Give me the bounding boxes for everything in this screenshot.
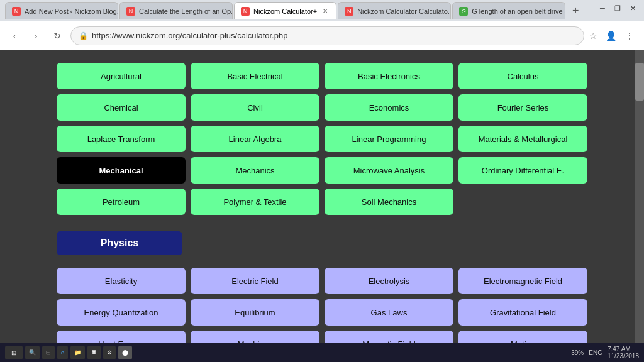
chemical-button[interactable]: Chemical [57, 94, 186, 121]
close-button[interactable]: ✕ [628, 3, 638, 13]
address-box[interactable]: 🔒 https://www.nickzom.org/calculator-plu… [70, 26, 584, 45]
tab-3[interactable]: N Nickzom Calculator+ ✕ [234, 2, 336, 19]
restore-button[interactable]: ❐ [613, 3, 623, 13]
magnetic-field-button[interactable]: Magnetic Field [325, 331, 453, 343]
economics-button[interactable]: Economics [325, 94, 453, 121]
address-bar-row: ‹ › ↻ 🔒 https://www.nickzom.org/calculat… [0, 21, 644, 50]
menu-icon[interactable]: ⋮ [621, 28, 638, 44]
soil-mechanics-button[interactable]: Soil Mechanics [325, 189, 453, 215]
search-taskbar-button[interactable]: 🔍 [25, 346, 40, 359]
basic-electronics-button[interactable]: Basic Electronics [325, 63, 453, 89]
tab-4[interactable]: N Nickzom Calculator Calculato... ✕ [338, 2, 451, 19]
user-icon[interactable]: 👤 [602, 28, 619, 44]
empty-slot-1 [458, 189, 587, 215]
gravitational-field-button[interactable]: Gravitational Field [458, 299, 587, 326]
back-button[interactable]: ‹ [6, 28, 23, 44]
ordinary-differential-button[interactable]: Ordinary Differential E. [458, 157, 587, 184]
taskbar: ⊞ 🔍 ⊟ e 📁 🖩 ⚙ ⬤ 39% ENG 7:47 AM 11/23/20… [0, 343, 644, 362]
fourier-series-button[interactable]: Fourier Series [458, 94, 587, 121]
polymer-textile-button[interactable]: Polymer & Textile [191, 189, 319, 215]
tab-2-label: Calculate the Length of an Op... [139, 8, 233, 15]
tab-1-icon: N [12, 7, 21, 16]
tab-5-icon: G [459, 7, 468, 16]
energy-quantization-button[interactable]: Energy Quantization [57, 299, 186, 326]
file-explorer-button[interactable]: 📁 [70, 346, 85, 359]
forward-button[interactable]: › [28, 28, 44, 44]
battery-percent: 39% [571, 349, 584, 356]
tab-1[interactable]: N Add New Post ‹ Nickzom Blog... ✕ [5, 2, 118, 19]
settings-taskbar-button[interactable]: ⚙ [103, 346, 116, 359]
chrome-taskbar-button[interactable]: ⬤ [118, 346, 132, 359]
civil-button[interactable]: Civil [191, 94, 319, 121]
date: 11/23/2018 [608, 353, 639, 359]
physics-label: Physics [101, 238, 138, 248]
mechanical-grid: Agricultural Basic Electrical Basic Elec… [57, 57, 587, 221]
clock: 7:47 AM 11/23/2018 [608, 346, 639, 359]
basic-electrical-button[interactable]: Basic Electrical [191, 63, 319, 89]
heat-energy-button[interactable]: Heat Energy [57, 331, 186, 343]
mechanical-section: Agricultural Basic Electrical Basic Elec… [57, 57, 587, 221]
tab-3-close[interactable]: ✕ [321, 7, 330, 16]
browser-actions: 👤 ⋮ [602, 28, 638, 44]
tab-2-icon: N [126, 7, 135, 16]
tab-5[interactable]: G G length of an open belt drive -... ✕ [452, 2, 565, 19]
language-indicator: ENG [589, 349, 602, 356]
window-controls: ─ ❐ ✕ [597, 3, 638, 13]
bookmark-icon[interactable]: ☆ [589, 31, 597, 41]
linear-programming-button[interactable]: Linear Programming [325, 126, 453, 152]
tab-3-label: Nickzom Calculator+ [253, 8, 317, 15]
agricultural-button[interactable]: Agricultural [57, 63, 186, 89]
task-view-button[interactable]: ⊟ [42, 346, 55, 359]
tab-4-label: Nickzom Calculator Calculato... [357, 8, 451, 15]
edge-icon: e [61, 349, 64, 356]
tab-4-icon: N [345, 7, 353, 16]
machines-button[interactable]: Machines [191, 331, 319, 343]
materials-metallurgical-button[interactable]: Materials & Metallurgical [458, 126, 587, 152]
calculator-taskbar-button[interactable]: 🖩 [87, 346, 101, 359]
tab-bar: N Add New Post ‹ Nickzom Blog... ✕ N Cal… [0, 0, 644, 21]
equilibrium-button[interactable]: Equilibrium [191, 299, 319, 326]
start-button[interactable]: ⊞ [5, 346, 23, 359]
reload-button[interactable]: ↻ [49, 28, 65, 44]
tab-1-label: Add New Post ‹ Nickzom Blog... [25, 8, 118, 15]
minimize-button[interactable]: ─ [597, 3, 608, 13]
scrollbar[interactable] [635, 50, 644, 343]
laplace-transform-button[interactable]: Laplace Transform [57, 126, 186, 152]
microwave-analysis-button[interactable]: Microwave Analysis [325, 157, 453, 184]
gas-laws-button[interactable]: Gas Laws [325, 299, 453, 326]
chrome-icon: ⬤ [122, 349, 128, 356]
physics-header: Physics [57, 231, 182, 255]
edge-taskbar-button[interactable]: e [57, 346, 68, 359]
petroleum-button[interactable]: Petroleum [57, 189, 186, 215]
physics-grid: Elasticity Electric Field Electrolysis E… [57, 261, 587, 343]
mechanical-button[interactable]: Mechanical [57, 157, 186, 184]
new-tab-button[interactable]: + [567, 2, 584, 19]
time: 7:47 AM [608, 346, 639, 353]
motion-button[interactable]: Motion [458, 331, 587, 343]
elasticity-button[interactable]: Elasticity [57, 268, 186, 294]
tab-3-icon: N [241, 7, 250, 16]
taskbar-right: 39% ENG 7:47 AM 11/23/2018 [571, 346, 639, 359]
linear-algebra-button[interactable]: Linear Algebra [191, 126, 319, 152]
tab-5-label: G length of an open belt drive -... [472, 8, 565, 15]
electromagnetic-field-button[interactable]: Electromagnetic Field [458, 268, 587, 294]
address-text: https://www.nickzom.org/calculator-plus/… [92, 31, 287, 40]
physics-section: Physics Elasticity Electric Field Electr… [57, 231, 587, 343]
scrollbar-thumb[interactable] [635, 63, 644, 101]
tab-2[interactable]: N Calculate the Length of an Op... ✕ [119, 2, 233, 19]
lock-icon: 🔒 [79, 31, 88, 40]
electrolysis-button[interactable]: Electrolysis [325, 268, 453, 294]
calculus-button[interactable]: Calculus [458, 63, 587, 89]
content-area: Agricultural Basic Electrical Basic Elec… [0, 50, 644, 343]
mechanics-button[interactable]: Mechanics [191, 157, 319, 184]
search-taskbar-icon: 🔍 [29, 349, 36, 356]
browser-chrome: N Add New Post ‹ Nickzom Blog... ✕ N Cal… [0, 0, 644, 50]
electric-field-button[interactable]: Electric Field [191, 268, 319, 294]
